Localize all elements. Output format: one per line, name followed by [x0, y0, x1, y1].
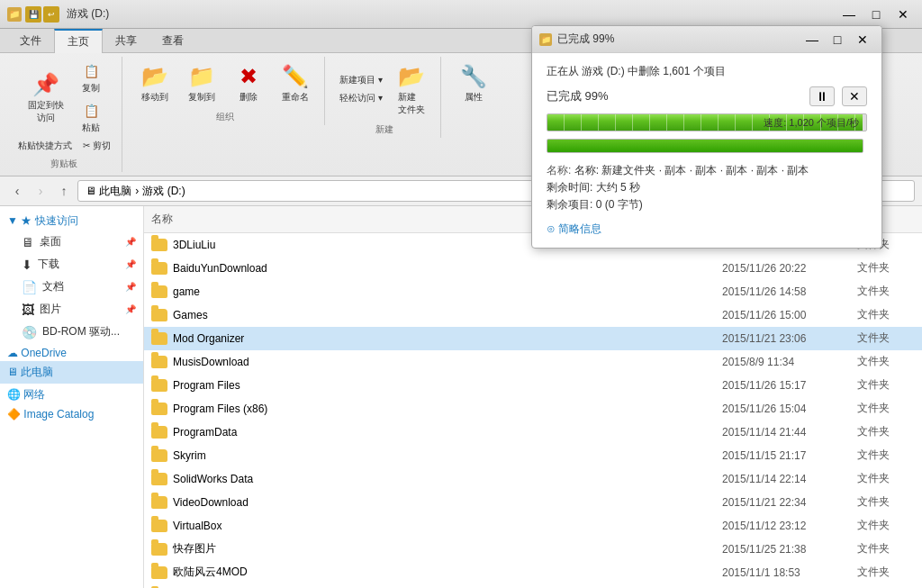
dialog-action-buttons: ⏸ ✕	[809, 86, 867, 106]
tab-home[interactable]: 主页	[54, 29, 103, 53]
close-button[interactable]: ✕	[891, 5, 915, 23]
progress-bar-secondary	[547, 139, 863, 153]
folder-icon	[151, 473, 167, 485]
table-row[interactable]: VideoDownload2015/11/21 22:34文件夹	[144, 491, 922, 514]
pin-indicator4: 📌	[125, 304, 136, 314]
tab-share[interactable]: 共享	[103, 29, 149, 52]
pin-indicator2: 📌	[125, 259, 136, 269]
back-button[interactable]: ‹	[7, 181, 27, 201]
forward-button[interactable]: ›	[31, 181, 50, 201]
ribbon-group-clipboard: 📌 固定到快访问 📋 复制 📋 粘贴 粘贴快捷方式 ✂ 剪切	[7, 57, 122, 172]
clipboard-extra: 粘贴快捷方式 ✂ 剪切	[14, 138, 114, 154]
path-root: 🖥 此电脑	[86, 184, 131, 199]
dialog-maximize-button[interactable]: □	[826, 31, 849, 49]
sidebar-item-desktop[interactable]: 🖥 桌面 📌	[0, 231, 143, 253]
pin-to-quickaccess-button[interactable]: 📌 固定到快访问	[21, 67, 71, 128]
brief-info-button[interactable]: ⊙ 简略信息	[547, 222, 601, 237]
sidebar-section-thispc[interactable]: 🖥 此电脑	[0, 361, 143, 384]
bdrom-icon: 💿	[22, 325, 37, 339]
table-row[interactable]: 迅雷下载2015/11/26 21:20文件夹	[144, 584, 922, 588]
folder-icon	[151, 520, 167, 532]
sidebar-item-documents[interactable]: 📄 文档 📌	[0, 276, 143, 298]
sidebar-section-network[interactable]: 🌐 网络	[0, 384, 143, 404]
minimize-button[interactable]: —	[837, 5, 861, 23]
rename-button[interactable]: ✏️ 重命名	[274, 59, 317, 107]
file-date-cell: 2015/11/26 15:04	[715, 401, 850, 417]
copy-button[interactable]: 📋 复制	[75, 59, 107, 96]
paste-shortcut-button[interactable]: 粘贴快捷方式	[14, 138, 76, 154]
save-icon[interactable]: 💾	[25, 6, 41, 23]
file-date-cell: 2015/11/12 23:12	[715, 518, 850, 534]
new-icons: 新建项目 ▾ 轻松访问 ▾ 📂 新建文件夹	[336, 59, 433, 120]
sidebar-section-quickaccess[interactable]: ▼ ★ 快速访问	[0, 210, 143, 231]
move-to-button[interactable]: 📂 移动到	[133, 59, 176, 107]
delete-button[interactable]: ✖ 删除	[227, 59, 270, 107]
file-date-cell: 2015/8/9 11:34	[715, 354, 850, 370]
copyto-icon: 📁	[187, 62, 216, 91]
sidebar-section-imagecatalog[interactable]: 🔶 Image Catalog	[0, 404, 143, 422]
file-name-cell: SolidWorks Data	[144, 471, 715, 487]
table-row[interactable]: Program Files (x86)2015/11/26 15:04文件夹	[144, 397, 922, 421]
folder-icon	[151, 262, 167, 275]
table-row[interactable]: game2015/11/26 14:58文件夹	[144, 280, 922, 303]
table-row[interactable]: Games2015/11/26 15:00文件夹	[144, 303, 922, 327]
sidebar-item-pictures[interactable]: 🖼 图片 📌	[0, 298, 143, 321]
table-row[interactable]: ProgramData2015/11/14 21:44文件夹	[144, 421, 922, 444]
tab-view[interactable]: 查看	[149, 29, 196, 52]
new-item-button[interactable]: 新建项目 ▾	[336, 72, 386, 88]
dialog-minimize-button[interactable]: —	[800, 31, 824, 49]
file-date-cell: 2015/11/21 22:34	[715, 494, 850, 511]
file-type-cell: 文件夹	[850, 329, 922, 348]
file-type-cell: 文件夹	[850, 282, 922, 301]
paste-button[interactable]: 📋 粘贴	[75, 98, 107, 136]
sidebar-item-bdrom[interactable]: 💿 BD-ROM 驱动...	[0, 321, 143, 343]
folder-icon	[151, 426, 167, 439]
cut-button[interactable]: ✂ 剪切	[79, 138, 114, 154]
sidebar-item-downloads[interactable]: ⬇ 下载 📌	[0, 253, 143, 276]
time-remaining-value: 剩余时间: 大约 5 秒	[547, 181, 640, 194]
table-row[interactable]: 快存图片2015/11/25 21:38文件夹	[144, 538, 922, 561]
properties-button[interactable]: 🔧 属性	[452, 59, 495, 107]
tab-file[interactable]: 文件	[7, 29, 54, 52]
file-name-cell: Program Files (x86)	[144, 401, 715, 417]
file-date-cell: 2015/11/26 15:00	[715, 307, 850, 323]
file-type-cell: 文件夹	[850, 516, 922, 535]
file-date-cell: 2015/11/14 22:14	[715, 471, 850, 487]
ribbon-group-organize: 📂 移动到 📁 复制到 ✖ 删除 ✏️ 重命名 组织	[126, 57, 325, 125]
items-remaining-info: 剩余项目: 0 (0 字节)	[547, 196, 867, 213]
folder-icon	[151, 309, 167, 321]
table-row[interactable]: Skyrim2015/11/15 21:17文件夹	[144, 444, 922, 467]
move-icon: 📂	[140, 62, 169, 91]
up-button[interactable]: ↑	[54, 181, 74, 201]
pin-indicator: 📌	[125, 237, 136, 247]
dialog-cancel-button[interactable]: ✕	[842, 86, 867, 106]
ribbon-group-new: 新建项目 ▾ 轻松访问 ▾ 📂 新建文件夹 新建	[329, 57, 441, 138]
window-title: 游戏 (D:)	[67, 6, 109, 22]
clipboard-icons: 📌 固定到快访问 📋 复制 📋 粘贴	[21, 59, 107, 136]
copy-to-button[interactable]: 📁 复制到	[180, 59, 223, 107]
table-row[interactable]: VirtualBox2015/11/12 23:12文件夹	[144, 514, 922, 538]
table-row[interactable]: Mod Organizer2015/11/21 23:06文件夹	[144, 327, 922, 350]
table-row[interactable]: MusisDownload2015/8/9 11:34文件夹	[144, 350, 922, 374]
file-name-cell: Program Files	[144, 377, 715, 394]
dialog-pause-button[interactable]: ⏸	[809, 86, 835, 106]
file-name-cell: Games	[144, 307, 715, 323]
new-folder-button[interactable]: 📂 新建文件夹	[390, 59, 433, 120]
window-controls: — □ ✕	[837, 5, 915, 23]
dialog-title-icon: 📁	[539, 33, 552, 46]
file-name-info: 名称: 名称: 新建文件夹 · 副本 · 副本 · 副本 · 副本 · 副本	[547, 162, 867, 179]
file-type-cell: 文件夹	[850, 399, 922, 418]
undo-icon[interactable]: ↩	[43, 6, 59, 23]
table-row[interactable]: 欧陆风云4MOD2015/11/1 18:53文件夹	[144, 561, 922, 584]
file-name-cell: BaiduYunDownload	[144, 260, 715, 276]
dialog-close-button[interactable]: ✕	[851, 31, 874, 49]
file-date-cell: 2015/11/21 23:06	[715, 330, 850, 347]
dialog-body: 正在从 游戏 (D:) 中删除 1,601 个项目 已完成 99% ⏸ ✕ 速度…	[532, 53, 881, 248]
table-row[interactable]: Program Files2015/11/26 15:17文件夹	[144, 374, 922, 397]
table-row[interactable]: SolidWorks Data2015/11/14 22:14文件夹	[144, 467, 922, 491]
sidebar-section-onedrive[interactable]: ☁ OneDrive	[0, 343, 143, 361]
easy-access-button[interactable]: 轻松访问 ▾	[336, 90, 386, 106]
maximize-button[interactable]: □	[864, 5, 888, 23]
table-row[interactable]: BaiduYunDownload2015/11/26 20:22文件夹	[144, 257, 922, 280]
rename-icon: ✏️	[281, 62, 310, 91]
